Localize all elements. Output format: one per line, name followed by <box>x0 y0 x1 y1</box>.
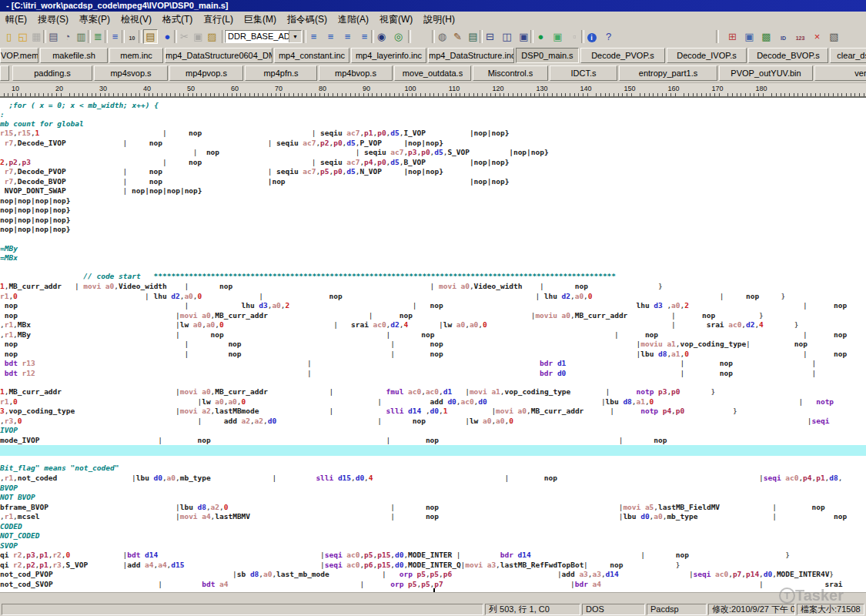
ruler-label-180: 180 <box>755 85 767 92</box>
code-token: 0 <box>219 320 224 330</box>
menu-item-7[interactable]: 巨集(M) <box>239 12 282 27</box>
paste-icon[interactable]: ▨ <box>205 29 219 44</box>
code-editor[interactable]: ;for ( x = 0; x < mb_width; x++) {:mb co… <box>0 98 866 592</box>
code-token: add <box>127 561 140 570</box>
windows-cascade-icon[interactable]: ▣ <box>517 29 531 44</box>
context-help-icon[interactable]: ? <box>601 29 616 44</box>
code-token: nop <box>149 139 162 148</box>
code-token: fmul <box>386 387 404 397</box>
tab-mp4pvop.s[interactable]: mp4pvop.s <box>169 65 243 81</box>
sort-lines-icon[interactable]: ≡ <box>108 29 122 44</box>
tab-Decode_PVOP.s[interactable]: Decode_PVOP.s <box>580 48 665 63</box>
code-token: } <box>781 292 786 301</box>
new-file-icon[interactable]: ▯ <box>2 29 16 44</box>
find-symbol-icon[interactable]: ◍ <box>435 29 450 44</box>
ruler-label-170: 170 <box>711 85 723 92</box>
code-token: nop <box>426 503 439 512</box>
document-icon[interactable]: ≣ <box>91 29 105 44</box>
tab-mp4_constant.inc[interactable]: mp4_constant.inc <box>274 48 349 63</box>
www-globe-icon[interactable]: ● <box>533 29 548 44</box>
align-center-icon[interactable]: ≡ <box>323 29 338 44</box>
browser-globe-icon[interactable]: ● <box>160 29 175 44</box>
symbol-combobox[interactable]: DDR_BASE_AD ▼ <box>225 30 302 43</box>
code-token: a0 <box>483 417 491 426</box>
mute-icon[interactable]: × <box>810 29 824 44</box>
align-right-icon[interactable]: ≡ <box>340 29 355 44</box>
tab-PVOP_outYUV.bin[interactable]: PVOP_outYUV.bin <box>719 65 813 81</box>
tab-Decode_IVOP.s[interactable]: Decode_IVOP.s <box>667 48 747 63</box>
menu-item-8[interactable]: 指令碼(S) <box>282 12 333 27</box>
tab-padding.s[interactable]: padding.s <box>12 65 92 81</box>
tab-entropy_part1.s[interactable]: entropy_part1.s <box>619 65 717 81</box>
tab-DSP0_main.s[interactable]: DSP0_main.s <box>516 48 579 63</box>
code-token: MBy <box>18 330 31 340</box>
menu-item-2[interactable]: 搜尋(S) <box>32 12 74 27</box>
find-in-files-icon[interactable]: ▥ <box>74 29 89 44</box>
pages-icon[interactable]: ▣ <box>742 29 757 44</box>
find-next-icon[interactable]: ◎ <box>391 29 406 44</box>
code-token: | <box>259 292 263 301</box>
tab-mp4pfn.s[interactable]: mp4pfn.s <box>245 65 317 81</box>
tab-mp4bvop.s[interactable]: mp4bvop.s <box>319 65 393 81</box>
menu-item-5[interactable]: 格式(T) <box>157 12 198 27</box>
code-token: | <box>759 580 764 589</box>
code-token: p3 <box>26 551 35 560</box>
tab-stub[interactable] <box>0 65 9 81</box>
code-token: nop|nop|nop|nop} <box>0 206 71 215</box>
tab-makefile.sh[interactable]: makefile.sh <box>40 48 108 63</box>
id-icon[interactable]: ID <box>776 29 791 44</box>
menu-item-3[interactable]: 專案(P) <box>74 12 115 27</box>
print-icon[interactable]: ▤ <box>46 29 61 44</box>
code-token: | <box>803 301 807 310</box>
goto-icon[interactable]: ✎ <box>450 29 465 44</box>
open-folder-icon[interactable]: ◱ <box>15 29 30 44</box>
tab-IDCT.s[interactable]: IDCT.s <box>550 65 617 81</box>
chevron-down-icon[interactable]: ▼ <box>289 31 301 42</box>
menu-item-9[interactable]: 進階(A) <box>333 12 374 27</box>
tab-ver[interactable]: ver <box>814 65 866 81</box>
grid-icon[interactable]: ⊞ <box>725 29 740 44</box>
align-justify-icon[interactable]: ≡ <box>357 29 372 44</box>
code-token: ac0 <box>408 387 421 397</box>
menu-item-6[interactable]: 直行(L) <box>198 12 239 27</box>
numbers-icon[interactable]: 123 <box>793 29 807 44</box>
code-token: a0 <box>575 292 583 301</box>
code-token: lhu <box>242 301 255 310</box>
code-token: d5 <box>434 148 443 157</box>
code-token: | <box>307 359 312 368</box>
hex-edit-icon[interactable]: 10 <box>125 29 139 44</box>
tab-mp4_DataStructure0604_DMA.inc[interactable]: mp4_DataStructure0604_DMA.inc <box>165 48 273 63</box>
code-token: r1 <box>0 397 8 407</box>
print-preview-icon[interactable]: ◔ <box>60 29 75 44</box>
tab-mp4_layerinfo.inc[interactable]: mp4_layerinfo.inc <box>351 48 426 63</box>
tab-mem.inc[interactable]: mem.inc <box>109 48 163 63</box>
window-split-h-icon[interactable]: ⊟ <box>483 29 497 44</box>
info-icon[interactable]: i <box>584 29 599 44</box>
tab-mp4svop.s[interactable]: mp4svop.s <box>94 65 168 81</box>
code-token: IVOP <box>0 426 18 435</box>
print-setup-icon[interactable]: ▤ <box>466 29 480 44</box>
code-line-37: NOT BVOP <box>0 493 866 502</box>
code-token: nop <box>426 512 439 521</box>
tab-Decode_BVOP.s[interactable]: Decode_BVOP.s <box>748 48 828 63</box>
picture-icon[interactable]: ▩ <box>759 29 774 44</box>
code-token: d3 <box>259 301 267 310</box>
fill-icon[interactable]: ▧ <box>827 29 841 44</box>
menu-item-10[interactable]: 視窗(W) <box>374 12 418 27</box>
find-icon[interactable]: ◉ <box>374 29 389 44</box>
function-list-icon[interactable]: ▤ <box>143 29 158 44</box>
tab-Miscontrol.s[interactable]: Miscontrol.s <box>473 65 548 81</box>
tab-clear_dsp_memory.s[interactable]: clear_dsp_memory.s <box>830 48 866 63</box>
align-left-icon[interactable]: ≡ <box>306 29 321 44</box>
code-token: r1 <box>0 292 8 301</box>
window-split-v-icon[interactable]: ◫ <box>500 29 514 44</box>
code-token: p2 <box>26 561 35 570</box>
code-line-41: NOT_CODED <box>0 531 866 541</box>
menu-item-1[interactable]: 輯(E) <box>0 12 32 27</box>
menu-item-4[interactable]: 檢視(V) <box>115 12 157 27</box>
render-view-icon[interactable]: ▣ <box>550 29 565 44</box>
tab-move_outdata.s[interactable]: move_outdata.s <box>394 65 471 81</box>
tab-mp4_DataStructure.inc[interactable]: mp4_DataStructure.inc <box>428 48 514 63</box>
tab-VOP.mem[interactable]: VOP.mem <box>0 48 38 63</box>
menu-item-11[interactable]: 說明(H) <box>418 12 460 27</box>
